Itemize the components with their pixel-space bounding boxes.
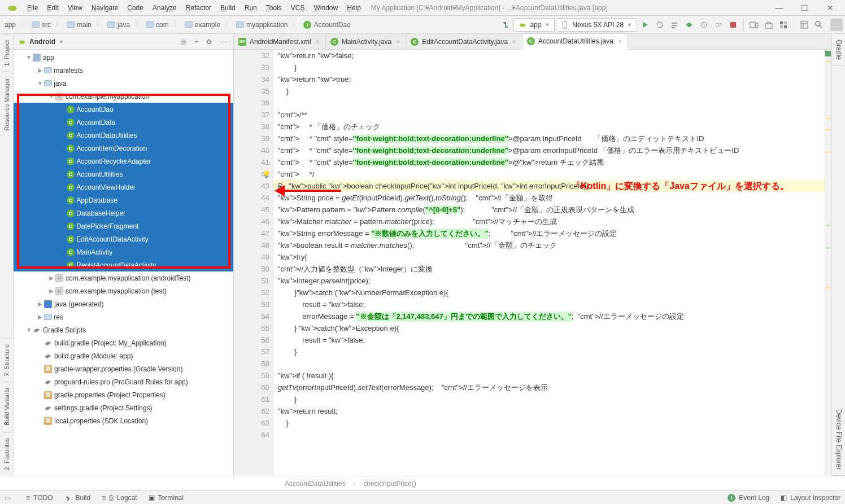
code-line-41[interactable]: "cmt"> * "cmt" style="font-weight:bold;t…: [273, 156, 825, 168]
gutter-line-40[interactable]: 40: [234, 144, 273, 156]
sync-gradle-button[interactable]: [499, 18, 512, 32]
code-line-43[interactable]: P "kw">public "kw">boolean checkInputPri…: [273, 180, 825, 192]
code-line-49[interactable]: "kw">try{: [273, 251, 825, 263]
gutter-line-38[interactable]: 38: [234, 121, 273, 133]
tool-window-quick-access-icon[interactable]: ▭: [5, 494, 15, 502]
avd-manager-button[interactable]: [747, 18, 761, 32]
tree-node-pkg-androidtest[interactable]: ▶⊞com.example.myapplication (androidTest…: [14, 271, 233, 284]
menu-run[interactable]: Run: [240, 4, 262, 12]
side-tab-project[interactable]: 1: Project: [2, 34, 11, 72]
debug-button[interactable]: [682, 18, 696, 32]
editor-bc-method[interactable]: checkInputPrice(): [363, 480, 416, 488]
gutter-line-60[interactable]: 60: [234, 382, 273, 393]
code-line-63[interactable]: }: [273, 417, 825, 429]
close-icon[interactable]: ×: [395, 38, 401, 46]
stop-button[interactable]: [726, 18, 740, 32]
tree-gradle-6[interactable]: local.properties (SDK Location): [14, 414, 233, 427]
gutter-line-34[interactable]: 34: [234, 73, 273, 85]
bc-main[interactable]: main: [64, 20, 94, 30]
bc-example[interactable]: example: [182, 20, 223, 30]
side-tab-structure[interactable]: 7: Structure: [2, 338, 11, 382]
bottom-todo[interactable]: ≡TODO: [26, 494, 53, 502]
gutter-line-33[interactable]: 33: [234, 62, 273, 73]
code-line-64[interactable]: [273, 429, 825, 441]
gutter-line-32[interactable]: 32: [234, 50, 273, 62]
code-line-56[interactable]: result = "kw">false;: [273, 334, 825, 346]
code-line-37[interactable]: "cmt">/**: [273, 109, 825, 121]
gutter-line-47[interactable]: 47: [234, 227, 273, 239]
side-tab-gradle[interactable]: Gradle: [834, 34, 844, 66]
gutter-line-50[interactable]: 50: [234, 263, 273, 275]
run-config-combo[interactable]: app ▼: [513, 18, 555, 32]
code-line-59[interactable]: "kw">if ( !result ){: [273, 370, 825, 382]
gutter-line-58[interactable]: 58: [234, 358, 273, 370]
tree-node-pkg-test[interactable]: ▶⊞com.example.myapplication (test): [14, 284, 233, 297]
tree-gradle-2[interactable]: gradle-wrapper.properties (Gradle Versio…: [14, 362, 233, 375]
code-line-52[interactable]: }"kw">catch ("kw">NumberFormatException …: [273, 287, 825, 299]
tree-class-AccountRecyclerAdapter[interactable]: C AccountRecyclerAdapter: [14, 155, 233, 168]
gutter-line-52[interactable]: 52: [234, 287, 273, 299]
tree-node-app[interactable]: ▼app: [14, 51, 233, 64]
apply-changes-button[interactable]: [653, 18, 667, 32]
code-line-32[interactable]: "kw">return "kw">false;: [273, 50, 825, 62]
tree-class-AccountData[interactable]: C AccountData: [14, 116, 233, 129]
gutter[interactable]: 3233343536373839404142💡43444546474849505…: [234, 50, 273, 476]
tree-gradle-5[interactable]: settings.gradle (Project Settings): [14, 401, 233, 414]
side-tab-resource-manager[interactable]: Resource Manager: [2, 72, 11, 137]
menu-edit[interactable]: Edit: [42, 4, 63, 12]
tree-class-MainActivity[interactable]: C MainActivity: [14, 246, 233, 258]
code-line-45[interactable]: "kw">Pattern pattern = "kw">Pattern.comp…: [273, 204, 825, 216]
menu-analyze[interactable]: Analyze: [148, 4, 181, 12]
window-close[interactable]: ✕: [817, 3, 843, 12]
tree-class-AccountDao[interactable]: I AccountDao: [14, 103, 233, 116]
gutter-line-41[interactable]: 41: [234, 156, 273, 168]
menu-window[interactable]: Window: [309, 4, 342, 12]
menu-help[interactable]: Help: [342, 4, 365, 12]
bc-java[interactable]: java: [105, 20, 132, 30]
profile-button[interactable]: [697, 18, 711, 32]
project-view-combo[interactable]: Android ▼: [18, 38, 175, 46]
bottom-build[interactable]: Build: [64, 494, 90, 502]
window-minimize[interactable]: —: [766, 3, 792, 12]
tree-class-DatabaseHelper[interactable]: C DatabaseHelper: [14, 207, 233, 220]
gutter-line-64[interactable]: 64: [234, 429, 273, 441]
code-line-44[interactable]: "kw">String price = getEt(inputPriceId).…: [273, 192, 825, 204]
side-tab-device-file-explorer[interactable]: Device File Explorer: [834, 404, 844, 476]
code-line-48[interactable]: "kw">boolean result = matcher.matches();…: [273, 239, 825, 251]
code-line-58[interactable]: [273, 358, 825, 370]
attach-debugger-button[interactable]: [712, 18, 725, 32]
tree-class-AccountViewHolder[interactable]: C AccountViewHolder: [14, 181, 233, 194]
tree-class-AccountItemDecoration[interactable]: C AccountItemDecoration: [14, 142, 233, 155]
gutter-line-49[interactable]: 49: [234, 251, 273, 263]
gutter-line-51[interactable]: 51: [234, 275, 273, 287]
code-line-55[interactable]: } "kw">catch("kw">Exception e){: [273, 322, 825, 334]
bottom-layout-inspector[interactable]: ◧Layout Inspector: [781, 494, 840, 502]
gutter-line-53[interactable]: 53: [234, 299, 273, 310]
project-tree[interactable]: ▼app ▶ manifests ▼ java ▼⊞com.example.my…: [14, 50, 233, 476]
user-avatar-icon[interactable]: [830, 19, 843, 31]
gutter-line-56[interactable]: 56: [234, 334, 273, 346]
code-line-50[interactable]: "cmt">//入力値を整数型（"kw">Integer）に変換: [273, 263, 825, 275]
menu-view[interactable]: View: [63, 4, 87, 12]
tree-class-EditAccountDataActivity[interactable]: C EditAccountDataActivity: [14, 233, 233, 246]
close-icon[interactable]: ×: [617, 37, 623, 45]
tab-AndroidManifest-xml[interactable]: MFAndroidManifest.xml×: [234, 34, 326, 49]
tree-node-gradle-scripts[interactable]: ▼Gradle Scripts: [14, 323, 233, 336]
gutter-line-57[interactable]: 57: [234, 346, 273, 358]
bottom-terminal[interactable]: ▣Terminal: [149, 494, 184, 502]
code-editor[interactable]: 「Kotlin」に変換する「Javaファイル」を選択する。 "kw">retur…: [273, 50, 825, 476]
tab-MainActivity-java[interactable]: CMainActivity.java×: [326, 34, 407, 49]
project-structure-button[interactable]: [798, 18, 811, 32]
code-line-46[interactable]: "kw">Matcher matcher = pattern.matcher(p…: [273, 216, 825, 227]
editor-bc-class[interactable]: AccountDataUtilities: [285, 480, 355, 488]
code-line-39[interactable]: "cmt"> * "cmt" style="font-weight:bold;t…: [273, 133, 825, 144]
tree-class-AccountDataUtilities[interactable]: C AccountDataUtilities: [14, 129, 233, 142]
sdk-manager-button[interactable]: [762, 18, 776, 32]
pane-divide-icon[interactable]: ÷: [192, 38, 201, 46]
side-tab-favorites[interactable]: 2: Favorites: [2, 432, 11, 476]
bc-com[interactable]: com: [143, 20, 171, 30]
run-button[interactable]: [638, 18, 652, 32]
bc-app[interactable]: app: [2, 20, 18, 30]
bc-src[interactable]: src: [29, 20, 53, 30]
pane-settings-icon[interactable]: ✿: [204, 38, 214, 46]
